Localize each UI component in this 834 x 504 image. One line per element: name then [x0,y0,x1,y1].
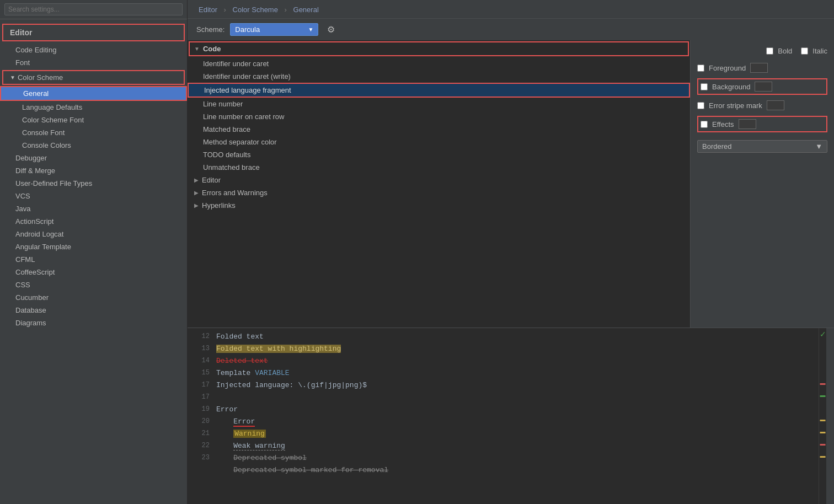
tree-item-editor-group[interactable]: ▶ Editor [188,174,690,186]
gutter-mark-7 [819,401,826,413]
sidebar-item-coffeescript[interactable]: CoffeeScript [0,266,187,278]
error-stripe-color-swatch[interactable] [767,100,784,110]
breadcrumb-general: General [293,6,319,14]
error-stripe-checkbox[interactable] [697,102,704,109]
effects-row: Effects [697,116,827,132]
line-num-21: 22 [190,442,210,449]
foreground-label: Foreground [709,64,746,72]
sidebar-item-android-logcat[interactable]: Android Logcat [0,228,187,240]
line-num-13: 13 [190,345,210,352]
color-scheme-arrow-icon: ▼ [10,74,15,81]
preview-line-12: 12 Folded text [188,330,819,342]
foreground-row: Foreground [697,63,827,73]
sidebar-item-console-colors[interactable]: Console Colors [0,139,187,152]
gutter-mark-3 [819,352,826,364]
code-group-arrow-icon: ▼ [194,46,200,52]
breadcrumb-sep2: › [285,6,287,14]
sidebar-item-console-font[interactable]: Console Font [0,126,187,139]
sidebar-item-language-defaults[interactable]: Language Defaults [0,101,187,114]
code-text-15: Template VARIABLE [216,369,290,377]
line-num-22: 23 [190,454,210,462]
bold-italic-row: Bold Italic [697,47,827,55]
tree-item-matched-brace[interactable]: Matched brace [188,123,690,136]
sidebar-item-font[interactable]: Font [0,56,187,69]
tree-item-method-separator[interactable]: Method separator color [188,136,690,148]
gutter-mark-5: ▬ [819,377,826,389]
background-label: Background [712,83,750,91]
sidebar-item-vcs[interactable]: VCS [0,190,187,202]
line-num-19: 20 [190,417,210,425]
sidebar-item-angular-template[interactable]: Angular Template [0,240,187,253]
code-text-20: Warning [233,430,266,438]
sidebar-item-diff-merge[interactable]: Diff & Merge [0,164,187,177]
effects-type-dropdown[interactable]: Bordered ▼ [697,140,827,153]
sidebar: Editor Code Editing Font ▼ Color Scheme … [0,0,188,504]
line-num-14: 14 [190,357,210,364]
tree-item-injected-language[interactable]: Injected language fragment [188,83,690,98]
sidebar-item-color-scheme-font[interactable]: Color Scheme Font [0,114,187,126]
sidebar-item-java[interactable]: Java [0,202,187,215]
sidebar-search-area [0,0,187,19]
scheme-dropdown-arrow-icon: ▼ [308,26,313,33]
breadcrumb-editor: Editor [199,6,217,14]
sidebar-item-cfml[interactable]: CFML [0,253,187,266]
background-checkbox[interactable] [701,83,708,90]
tree-item-identifier-caret-write[interactable]: Identifier under caret (write) [188,70,690,83]
breadcrumb-sep1: › [224,6,226,14]
tree-panel: ▼ Code Identifier under caret Identifier… [188,40,691,328]
preview-line-17: 17 [188,391,819,403]
scheme-value: Darcula [235,25,260,34]
preview-line-13: 13 Folded text with highlighting [188,342,819,355]
tree-item-errors-warnings[interactable]: ▶ Errors and Warnings [188,186,690,199]
search-input[interactable] [4,3,183,15]
gutter-mark-8: ▬ [819,413,826,425]
tree-item-hyperlinks[interactable]: ▶ Hyperlinks [188,199,690,212]
background-row: Background [697,78,827,95]
gutter-mark-2 [819,340,826,352]
breadcrumb-color-scheme: Color Scheme [233,6,278,14]
bold-checkbox[interactable] [766,47,773,55]
scheme-dropdown[interactable]: Darcula ▼ [230,23,318,36]
effects-checkbox[interactable] [701,121,708,128]
error-stripe-label: Error stripe mark [709,101,762,110]
tree-item-code[interactable]: ▼ Code [189,41,689,56]
sidebar-item-general[interactable]: General [0,86,187,101]
sidebar-item-color-scheme[interactable]: ▼ Color Scheme [2,70,185,85]
line-num-20: 21 [190,430,210,437]
scheme-row: Scheme: Darcula ▼ ⚙ [188,19,834,40]
code-text-12: Folded text [216,333,264,341]
preview-line-23: Deprecated symbol marked for removal [188,464,819,476]
sidebar-item-editor[interactable]: Editor [2,24,185,41]
sidebar-item-user-defined[interactable]: User-Defined File Types [0,177,187,190]
gutter-mark-4 [819,364,826,377]
preview-scrollbar[interactable] [826,328,834,504]
sidebar-item-database[interactable]: Database [0,304,187,317]
sidebar-item-cucumber[interactable]: Cucumber [0,291,187,304]
code-text-23: Deprecated symbol marked for removal [233,466,388,474]
gear-button[interactable]: ⚙ [324,23,338,36]
foreground-checkbox[interactable] [697,65,704,72]
code-text-19: Error [233,417,255,427]
foreground-color-swatch[interactable] [750,63,768,73]
effects-type-label: Bordered [702,142,731,151]
italic-checkbox[interactable] [801,47,808,55]
sidebar-item-code-editing[interactable]: Code Editing [0,44,187,56]
preview-panel: 12 Folded text 13 Folded text with highl… [188,328,834,504]
sidebar-item-actionscript[interactable]: ActionScript [0,215,187,228]
tree-item-line-number-caret[interactable]: Line number on caret row [188,110,690,123]
italic-row: Italic [801,47,827,55]
tree-item-line-number[interactable]: Line number [188,98,690,110]
code-text-14: Deleted text [216,357,268,365]
sidebar-item-css[interactable]: CSS [0,278,187,291]
background-color-swatch[interactable] [755,82,772,92]
effects-color-swatch[interactable] [739,119,756,129]
effects-label: Effects [712,120,734,128]
tree-item-identifier-caret[interactable]: Identifier under caret [188,57,690,70]
bold-label: Bold [778,47,792,55]
sidebar-item-diagrams[interactable]: Diagrams [0,317,187,329]
sidebar-item-debugger[interactable]: Debugger [0,152,187,164]
tree-item-unmatched-brace[interactable]: Unmatched brace [188,161,690,174]
bold-row: Bold [766,47,792,55]
line-num-12: 12 [190,333,210,340]
tree-item-todo-defaults[interactable]: TODO defaults [188,148,690,161]
